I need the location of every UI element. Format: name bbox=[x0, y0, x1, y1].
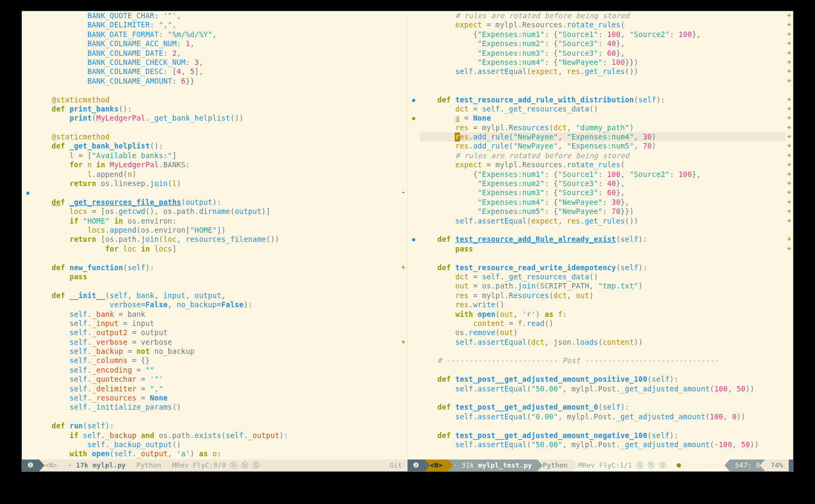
code-line[interactable]: BANK_COLNAME_DATE: 2, bbox=[34, 49, 400, 58]
code-line[interactable]: with open(self._output, 'a') as o: bbox=[34, 449, 400, 458]
code-line[interactable]: {"Expenses:num1": {"Source1": 100, "Sour… bbox=[420, 30, 786, 39]
code-line[interactable]: res.add_rule("NewPayee", "Expenses:num4"… bbox=[420, 132, 786, 142]
right-code-area[interactable]: # rules are rotated before being stored … bbox=[420, 11, 786, 459]
code-line[interactable]: BANK_COLNAME_CHECK_NUM: 3, bbox=[34, 58, 400, 67]
code-line[interactable] bbox=[34, 86, 400, 95]
buffer-info[interactable]: - 31k mylpl_test.py bbox=[448, 459, 537, 471]
code-line[interactable]: self.assertEqual("50.00", mylpl.Post._ge… bbox=[420, 384, 786, 394]
code-line[interactable]: res = mylpl.Resources(dct, out) bbox=[420, 291, 786, 300]
code-line[interactable]: dct = self._get_resources_data() bbox=[420, 105, 786, 114]
code-line[interactable]: def new_function(self): bbox=[34, 263, 400, 272]
code-line[interactable]: self._backup = not no_backup bbox=[34, 347, 400, 356]
code-line[interactable]: @staticmethod bbox=[34, 95, 400, 105]
code-line[interactable]: self.assertEqual("0.00", mylpl.Post._get… bbox=[420, 412, 786, 421]
code-line[interactable]: def test_post__get_adjusted_amount_posit… bbox=[420, 375, 786, 384]
code-line[interactable]: BANK_DATE_FORMAT: "%m/%d/%Y", bbox=[34, 30, 400, 39]
code-line[interactable] bbox=[420, 254, 786, 263]
code-line[interactable]: print(MyLedgerPal._get_bank_helplist()) bbox=[34, 114, 400, 123]
code-line[interactable]: {"Expenses:num1": {"Source1": 100, "Sour… bbox=[420, 170, 786, 179]
code-line[interactable]: self.assertEqual("50.00", mylpl.Post._ge… bbox=[420, 440, 786, 449]
code-line[interactable]: res = mylpl.Resources(dct, "dummy_path") bbox=[420, 123, 786, 132]
left-code-area[interactable]: BANK_QUOTE_CHAR: '"', BANK_DELIMITER: ",… bbox=[34, 11, 400, 459]
code-line[interactable] bbox=[420, 366, 786, 375]
code-line[interactable]: "Expenses:num4": {"NewPayee": 100}}) bbox=[420, 58, 786, 67]
code-line[interactable]: if self._backup and os.path.exists(self.… bbox=[34, 431, 400, 440]
code-line[interactable]: self._verbose = verbose bbox=[34, 338, 400, 347]
code-line[interactable]: res.write() bbox=[420, 300, 786, 309]
code-line[interactable]: def print_banks(): bbox=[34, 105, 400, 114]
code-line[interactable]: BANK_QUOTE_CHAR: '"', bbox=[34, 11, 400, 20]
code-line[interactable] bbox=[34, 123, 400, 132]
code-line[interactable]: def test_post__get_adjusted_amount_negat… bbox=[420, 431, 786, 440]
code-line[interactable]: BANK_COLNAME_DESC: [4, 5], bbox=[34, 67, 400, 76]
code-line[interactable] bbox=[420, 226, 786, 235]
code-line[interactable] bbox=[34, 188, 400, 197]
right-pane[interactable]: ●●● # rules are rotated before being sto… bbox=[408, 11, 794, 459]
code-line[interactable]: def test_resource_read_write_idempotency… bbox=[420, 263, 786, 272]
code-line[interactable]: self.assertEqual(expect, res.get_rules()… bbox=[420, 217, 786, 226]
code-line[interactable]: def test_post__get_adjusted_amount_0(sel… bbox=[420, 403, 786, 412]
code-line[interactable]: with open(out, 'r') as f: bbox=[420, 310, 786, 319]
code-line[interactable]: self._delimiter = "," bbox=[34, 384, 400, 394]
code-line[interactable]: self._backup_output() bbox=[34, 440, 400, 449]
code-line[interactable]: @staticmethod bbox=[34, 132, 400, 142]
code-line[interactable]: locs.append(os.environ["HOME"]) bbox=[34, 226, 400, 235]
code-line[interactable] bbox=[34, 412, 400, 421]
code-line[interactable]: BANK_DELIMITER: ",", bbox=[34, 20, 400, 29]
code-line[interactable]: if "HOME" in os.environ: bbox=[34, 217, 400, 226]
code-line[interactable]: expect = mylpl.Resources.rotate_rules( bbox=[420, 160, 786, 169]
buffer-info[interactable]: - 17k mylpl.py bbox=[62, 459, 131, 471]
code-line[interactable]: locs = [os.getcwd(), os.path.dirname(out… bbox=[34, 207, 400, 216]
code-line[interactable]: l = ["Available banks:"] bbox=[34, 151, 400, 160]
code-line[interactable]: "Expenses:num4": {"NewPayee": 30}, bbox=[420, 198, 786, 207]
code-line[interactable]: def test_resource_add_Rule_already_exist… bbox=[420, 235, 786, 244]
code-line[interactable]: "Expenses:num3": {"Source3": 60}, bbox=[420, 188, 786, 197]
code-line[interactable]: def test_resource_add_rule_with_distribu… bbox=[420, 95, 786, 105]
code-line[interactable]: self._encoding = "" bbox=[34, 366, 400, 375]
code-line[interactable]: BANK_COLNAME_AMOUNT: 6}} bbox=[34, 77, 400, 86]
code-line[interactable]: res.add_rule("NewPayee", "Expenses:num5"… bbox=[420, 142, 786, 151]
code-line[interactable]: return os.linesep.join(l) bbox=[34, 179, 400, 188]
code-line[interactable]: self._initialize_params() bbox=[34, 403, 400, 412]
code-line[interactable]: os.remove(out) bbox=[420, 328, 786, 337]
code-line[interactable] bbox=[420, 449, 786, 458]
left-pane[interactable]: ● BANK_QUOTE_CHAR: '"', BANK_DELIMITER: … bbox=[22, 11, 408, 459]
right-modeline[interactable]: ❷ <N> - 31k mylpl_test.py Python MRev Fl… bbox=[408, 459, 793, 471]
code-line[interactable] bbox=[420, 86, 786, 95]
code-line[interactable]: content = f.read() bbox=[420, 319, 786, 328]
code-line[interactable]: self._input = input bbox=[34, 319, 400, 328]
code-line[interactable] bbox=[34, 281, 400, 291]
code-line[interactable]: pass bbox=[420, 244, 786, 254]
code-line[interactable]: self._bank = bank bbox=[34, 310, 400, 319]
code-line[interactable] bbox=[420, 347, 786, 356]
code-line[interactable]: dct = self._get_resources_data() bbox=[420, 272, 786, 281]
left-modeline[interactable]: ❶ <N> - 17k mylpl.py Python MRev FlyC:0/… bbox=[22, 459, 408, 471]
code-line[interactable]: "Expenses:num5": {"NewPayee": 70}}) bbox=[420, 207, 786, 216]
code-line[interactable]: self._resources = None bbox=[34, 394, 400, 403]
code-line[interactable]: "Expenses:num2": {"Source3": 40}, bbox=[420, 179, 786, 188]
code-line[interactable]: self.assertEqual(expect, res.get_rules()… bbox=[420, 67, 786, 76]
code-line[interactable] bbox=[420, 421, 786, 431]
code-line[interactable]: # rules are rotated before being stored bbox=[420, 11, 786, 20]
code-line[interactable]: out = os.path.join(SCRIPT_PATH, "tmp.txt… bbox=[420, 281, 786, 291]
code-line[interactable]: for loc in locs] bbox=[34, 244, 400, 254]
code-line[interactable]: BANK_COLNAME_ACC_NUM: 1, bbox=[34, 39, 400, 48]
code-line[interactable]: self._output2 = output bbox=[34, 328, 400, 337]
code-line[interactable]: return [os.path.join(loc, resources_file… bbox=[34, 235, 400, 244]
code-line[interactable]: self.assertEqual(dct, json.loads(content… bbox=[420, 338, 786, 347]
code-line[interactable]: for n in MyLedgerPal.BANKS: bbox=[34, 160, 400, 169]
code-line[interactable] bbox=[420, 394, 786, 403]
code-line[interactable]: pass bbox=[34, 272, 400, 281]
code-line[interactable]: expect = mylpl.Resources.rotate_rules( bbox=[420, 20, 786, 29]
code-line[interactable] bbox=[34, 254, 400, 263]
code-line[interactable]: def __init__(self, bank, input, output, bbox=[34, 291, 400, 300]
code-line[interactable]: def _get_resources_file_paths(output): bbox=[34, 198, 400, 207]
code-line[interactable]: "Expenses:num3": {"Source3": 60}, bbox=[420, 49, 786, 58]
code-line[interactable]: def _get_bank_helplist(): bbox=[34, 142, 400, 151]
code-line[interactable]: self._columns = {} bbox=[34, 356, 400, 365]
code-line[interactable]: a = None bbox=[420, 114, 786, 123]
code-line[interactable]: "Expenses:num2": {"Source3": 40}, bbox=[420, 39, 786, 48]
code-line[interactable]: self._quotechar = '"' bbox=[34, 375, 400, 384]
code-line[interactable] bbox=[420, 77, 786, 86]
code-line[interactable]: # rules are rotated before being stored bbox=[420, 151, 786, 160]
